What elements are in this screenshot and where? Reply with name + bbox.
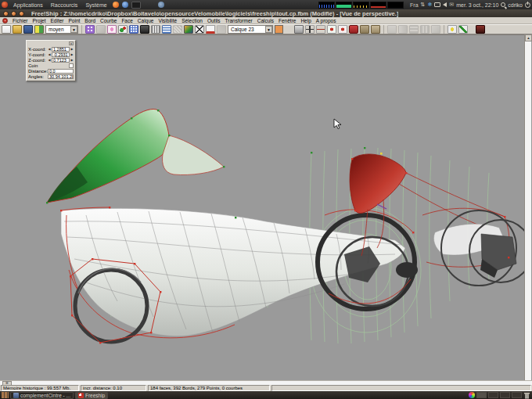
color-wheel-icon[interactable] [469,392,475,398]
power-icon[interactable] [525,2,530,8]
layer-dropdown[interactable]: Calque 23 ▼ [228,25,273,34]
lock-points-icon[interactable] [349,25,358,34]
corner-checkbox[interactable] [69,63,74,68]
window-maximize-button[interactable] [19,11,24,16]
scroll-up-icon[interactable]: ▲ [525,34,532,41]
developability-check-icon[interactable] [107,25,117,34]
intersect-layers-icon[interactable] [338,25,347,34]
network-arrows-icon[interactable]: ⇅ [421,2,426,8]
mail-icon[interactable]: ✉ [449,2,454,8]
flowlines-icon[interactable] [206,25,215,34]
unlock-points-icon[interactable] [360,25,369,34]
y-coord-increment[interactable]: ▶ [70,52,74,56]
new-file-icon[interactable] [2,25,11,34]
menu-raccourcis[interactable]: Raccourcis [49,2,81,8]
menu-bord[interactable]: Bord [84,18,95,23]
grid-intersections-icon[interactable] [85,25,95,34]
system-monitor-graphs[interactable] [318,2,404,9]
menu-projet[interactable]: Projet [33,18,46,23]
task-complementcintre[interactable]: complementCintre - ... [10,392,74,399]
workspace-3[interactable] [500,392,510,398]
normals-disabled-icon[interactable] [217,25,226,34]
insert-plane-icon[interactable] [327,25,336,34]
menu-help[interactable]: Help [300,18,311,23]
precision-dropdown-arrow[interactable]: ▼ [70,26,77,33]
collapse-disabled-icon[interactable] [387,25,397,34]
pen-disabled-icon[interactable] [96,25,106,34]
search-icon[interactable] [501,2,505,7]
x-coord-decrement[interactable]: ◀ [48,47,51,51]
distance-field[interactable]: 0.0 [48,69,74,74]
diagonals-icon[interactable] [173,25,182,34]
bluetooth-icon[interactable]: ❄ [427,2,432,8]
control-net-icon[interactable] [129,25,138,34]
shade-mode-icon[interactable] [184,25,193,34]
terminal-icon[interactable] [131,2,141,9]
x-coord-field[interactable]: 1.2851 [52,47,70,52]
y-coord-field[interactable]: -0.2931 [52,52,70,57]
coordinate-panel-titlebar[interactable]: x [28,41,74,45]
keyboard-indicator[interactable]: Fra [410,2,419,8]
menu-calque[interactable]: Calque [138,18,154,23]
menu-face[interactable]: Face [121,18,132,23]
z-coord-field[interactable]: 0.7123 [52,58,70,63]
split-disabled-icon[interactable] [398,25,408,34]
window-minimize-button[interactable] [11,11,16,16]
window-close-button[interactable] [3,11,9,16]
flip-disabled-icon[interactable] [420,25,430,34]
menu-editer[interactable]: Editer [51,18,64,23]
menu-outils[interactable]: Outils [207,18,221,23]
menu-transformer[interactable]: Transformer [225,18,253,23]
check-model-icon[interactable] [448,25,457,34]
volume-icon[interactable] [443,2,447,7]
window-pod-icon[interactable] [294,25,304,34]
coordinate-panel[interactable]: x X-coord: ◀ 1.2851 ▶ Y-coord: ◀ -0.2931… [26,40,76,81]
freeship-app-icon[interactable] [2,18,8,23]
gauss-curvature-icon[interactable] [118,25,128,34]
menu-calculs[interactable]: Calculs [257,18,274,23]
menu-visibilite[interactable]: Visibilité [158,18,177,23]
menu-courbe[interactable]: Courbe [100,18,117,23]
menu-systeme[interactable]: Système [83,2,109,8]
menu-fichier[interactable]: Fichier [13,18,28,23]
globe-icon[interactable] [158,2,164,8]
y-coord-decrement[interactable]: ◀ [48,52,51,56]
trash-icon[interactable] [523,392,530,399]
align-disabled-icon[interactable] [409,25,419,34]
unlock-all-icon[interactable] [371,25,380,34]
task-freeship[interactable]: Freeship [75,392,108,399]
precision-dropdown[interactable]: moyen ▼ [45,25,78,34]
menu-selection[interactable]: Sélection [182,18,203,23]
z-coord-decrement[interactable]: ◀ [48,58,51,62]
move-point-icon[interactable] [316,25,325,34]
layer-dropdown-arrow[interactable]: ▼ [265,26,272,33]
buttocks-icon[interactable] [151,25,160,34]
waterlines-icon[interactable] [162,25,171,34]
open-file-icon[interactable] [13,25,22,34]
menu-fenetre[interactable]: Fenêtre [279,18,296,23]
z-coord-increment[interactable]: ▶ [70,58,74,62]
x-coord-increment[interactable]: ▶ [70,47,74,51]
angles-field[interactable]: 30.94,101.28,61.6 [48,74,74,79]
export-icon[interactable] [34,25,44,34]
stations-icon[interactable] [140,25,149,34]
menu-apropos[interactable]: A propos [316,18,336,23]
delete-icon[interactable] [476,25,485,34]
vertical-scrollbar[interactable]: ▲ [524,34,531,380]
menu-point[interactable]: Point [68,18,80,23]
curve-disabled-icon[interactable] [431,25,440,34]
display-icon[interactable] [434,2,440,7]
wireframe-mode-icon[interactable] [195,25,204,34]
workspace-1[interactable] [476,392,487,398]
close-icon[interactable]: x [69,41,74,45]
workspace-2[interactable] [488,392,498,398]
window-titlebar[interactable]: Free!Ship : Z:\home\cdriko\Dropbox\Boita… [0,9,532,17]
menu-applications[interactable]: Applications [11,2,45,8]
perspective-viewport[interactable]: x X-coord: ◀ 1.2851 ▶ Y-coord: ◀ -0.2931… [0,34,524,380]
clock[interactable]: mer. 3 oct., 22:10 [456,2,498,8]
window-list-icon[interactable] [2,392,9,398]
firefox-icon[interactable] [113,2,119,8]
validate-icon[interactable] [458,25,468,34]
user-menu[interactable]: cdriko [508,2,523,8]
help-icon[interactable] [122,2,128,8]
